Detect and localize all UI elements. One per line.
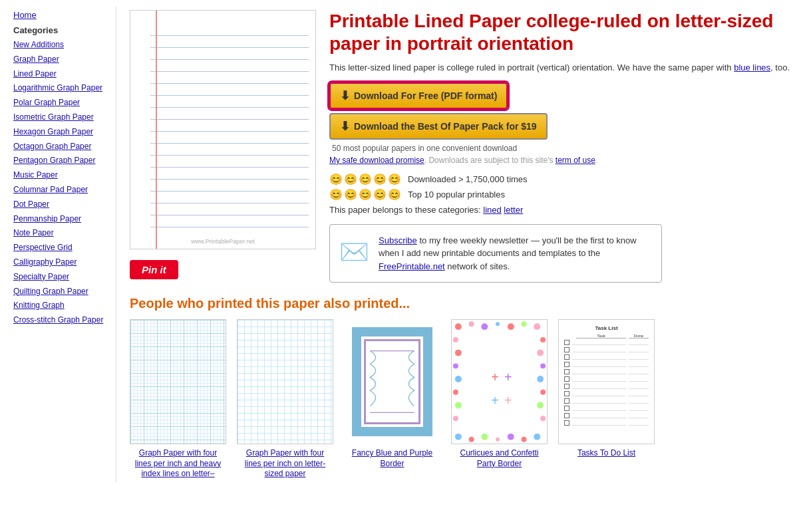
- paper-line: [150, 24, 309, 36]
- svg-point-6: [534, 323, 540, 330]
- task-row: [564, 398, 649, 404]
- svg-point-19: [455, 402, 462, 409]
- thumb-img-2[interactable]: [237, 319, 333, 444]
- thumb-item-1: Graph Paper with four lines per inch and…: [130, 319, 226, 479]
- face-icon: 😊: [329, 188, 343, 201]
- sidebar-item-dot-paper[interactable]: Dot Paper: [13, 199, 109, 210]
- svg-text:+: +: [504, 370, 512, 384]
- face-icons-row2: 😊 😊 😊 😊 😊: [329, 188, 401, 201]
- sidebar-items: New AdditionsGraph PaperLined PaperLogar…: [13, 39, 109, 326]
- categories-label: Categories: [13, 25, 109, 35]
- top-section: www.PrintablePaper.net Pin it Printable …: [130, 10, 791, 283]
- category-lined-link[interactable]: lined: [483, 205, 501, 215]
- task-row: [564, 406, 649, 411]
- thumb-img-4[interactable]: + + + +: [451, 319, 548, 444]
- thumb-caption-4[interactable]: Curlicues and Confetti Party Border: [460, 448, 538, 468]
- sidebar-item-isometric-graph-paper[interactable]: Isometric Graph Paper: [13, 112, 109, 123]
- task-row: [564, 376, 649, 382]
- task-col-headers: Task Done: [564, 334, 649, 338]
- face-icons-row1: 😊 😊 😊 😊 😊: [329, 173, 401, 186]
- svg-point-17: [455, 376, 462, 382]
- sidebar-item-hexagon-graph-paper[interactable]: Hexagon Graph Paper: [13, 126, 109, 138]
- sidebar-item-music-paper[interactable]: Music Paper: [13, 170, 109, 181]
- stats-row-1: 😊 😊 😊 😊 😊 Downloaded > 1,750,000 times: [329, 173, 791, 186]
- download-pack-button[interactable]: ⬇ Download the Best Of Paper Pack for $1…: [329, 113, 548, 140]
- thumb-item-5: Task List Task Done Tasks To Do List: [558, 319, 655, 479]
- thumb-img-5[interactable]: Task List Task Done: [558, 319, 655, 444]
- sidebar-item-note-paper[interactable]: Note Paper: [13, 227, 109, 239]
- svg-point-9: [481, 434, 488, 440]
- thumb-img-3[interactable]: [344, 319, 440, 444]
- thumb-caption-5[interactable]: Tasks To Do List: [577, 448, 635, 458]
- page-title: Printable Lined Paper college-ruled on l…: [329, 10, 791, 55]
- download-pack-icon: ⬇: [340, 119, 350, 134]
- svg-point-11: [508, 434, 514, 440]
- svg-point-22: [537, 350, 544, 356]
- thumb-caption-3[interactable]: Fancy Blue and Purple Border: [352, 448, 432, 468]
- newsletter-text-body: to my free weekly newsletter — you'll be…: [379, 235, 637, 259]
- face-icon: 😊: [373, 188, 387, 201]
- face-icon: 😊: [329, 173, 343, 186]
- term-of-use-link[interactable]: term of use: [556, 156, 595, 165]
- categories-row: This paper belongs to these categories: …: [329, 205, 791, 215]
- svg-point-12: [522, 437, 527, 442]
- sidebar-home-link[interactable]: Home: [13, 10, 109, 20]
- paper-line: [150, 84, 309, 96]
- border-svg: [368, 343, 416, 420]
- pin-it-button[interactable]: Pin it: [130, 260, 178, 279]
- subscribe-link[interactable]: Subscribe: [379, 235, 417, 245]
- sidebar-item-calligraphy-paper[interactable]: Calligraphy Paper: [13, 257, 109, 268]
- task-rows: [564, 340, 649, 426]
- thumbnails-row: Graph Paper with four lines per inch and…: [130, 319, 791, 479]
- sidebar-item-knitting-graph[interactable]: Knitting Graph: [13, 300, 109, 311]
- thumb-img-1[interactable]: [130, 319, 226, 444]
- sidebar-item-lined-paper[interactable]: Lined Paper: [13, 68, 109, 80]
- content-area: Printable Lined Paper college-ruled on l…: [329, 10, 791, 283]
- face-icon: 😊: [344, 173, 357, 186]
- watermark-text: www.PrintablePaper.net: [191, 238, 255, 245]
- sidebar-item-penmanship-paper[interactable]: Penmanship Paper: [13, 213, 109, 225]
- freeprintable-link[interactable]: FreePrintable.net: [379, 261, 445, 271]
- task-row: [564, 340, 649, 345]
- task-row: [564, 420, 649, 426]
- sidebar-item-new-additions[interactable]: New Additions: [13, 39, 109, 51]
- thumb-caption-1[interactable]: Graph Paper with four lines per inch and…: [135, 448, 221, 478]
- sidebar-item-graph-paper[interactable]: Graph Paper: [13, 54, 109, 65]
- sidebar-item-quilting-graph-paper[interactable]: Quilting Graph Paper: [13, 286, 109, 297]
- safe-download-link[interactable]: My safe download promise: [329, 156, 424, 165]
- face-icon: 😊: [373, 173, 387, 186]
- paper-line: [150, 203, 309, 215]
- svg-text:+: +: [491, 370, 499, 384]
- face-icon: 😊: [388, 188, 401, 201]
- thumb-item-4: + + + + Curlicues and Confetti Party Bor…: [451, 319, 548, 479]
- svg-point-15: [455, 350, 462, 356]
- description-text-suffix: , too.: [770, 63, 790, 72]
- newsletter-text-suffix: network of sites.: [445, 261, 510, 271]
- sidebar-item-columnar-pad-paper[interactable]: Columnar Pad Paper: [13, 184, 109, 196]
- categories-prefix: This paper belongs to these categories:: [329, 205, 483, 215]
- sidebar-item-specialty-paper[interactable]: Specialty Paper: [13, 271, 109, 283]
- category-letter-link[interactable]: letter: [504, 205, 523, 215]
- safe-note: My safe download promise. Downloads are …: [329, 156, 791, 165]
- sidebar-item-cross-stitch-graph-paper[interactable]: Cross-stitch Graph Paper: [13, 315, 109, 326]
- download-free-button[interactable]: ⬇ Download For Free (PDF format): [329, 82, 508, 109]
- svg-point-2: [481, 323, 488, 330]
- envelope-icon: ✉️: [339, 234, 369, 270]
- pink-border-svg: + + + +: [452, 320, 547, 444]
- paper-line: [150, 132, 309, 144]
- main-content: www.PrintablePaper.net Pin it Printable …: [116, 7, 804, 483]
- svg-point-18: [453, 390, 458, 395]
- grid-paper-light: [238, 320, 333, 444]
- sidebar-item-logarithmic-graph-paper[interactable]: Logarithmic Graph Paper: [13, 82, 109, 94]
- thumb-caption-2[interactable]: Graph Paper with four lines per inch on …: [245, 448, 325, 478]
- sidebar-item-perspective-grid[interactable]: Perspective Grid: [13, 242, 109, 253]
- svg-point-7: [455, 434, 462, 440]
- paper-line: [150, 36, 309, 48]
- newsletter-box: ✉️ Subscribe to my free weekly newslette…: [329, 224, 662, 283]
- blue-lines-link[interactable]: blue lines: [734, 63, 770, 72]
- sidebar-item-polar-graph-paper[interactable]: Polar Graph Paper: [13, 97, 109, 108]
- sidebar-item-pentagon-graph-paper[interactable]: Pentagon Graph Paper: [13, 155, 109, 166]
- sidebar-item-octagon-graph-paper[interactable]: Octagon Graph Paper: [13, 141, 109, 152]
- stats-row-2: 😊 😊 😊 😊 😊 Top 10 popular printables: [329, 188, 791, 201]
- description-text-prefix: This letter-sized lined paper is college…: [329, 63, 734, 72]
